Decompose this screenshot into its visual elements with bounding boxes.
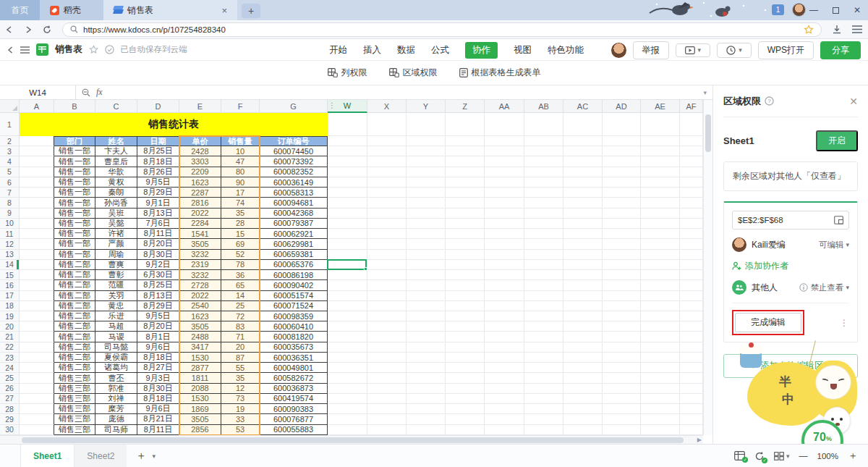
cell[interactable]	[446, 384, 485, 394]
enable-button[interactable]: 开启	[816, 130, 858, 151]
cell[interactable]	[367, 167, 407, 177]
zoom-minus-icon[interactable]	[82, 88, 90, 97]
region-permission-button[interactable]: 区域权限	[389, 67, 438, 79]
cell[interactable]	[680, 270, 703, 280]
cell[interactable]	[367, 177, 407, 188]
cell[interactable]: 7月6日	[137, 219, 179, 229]
cell[interactable]: 马谡	[95, 332, 137, 342]
cell[interactable]	[641, 209, 680, 219]
cell[interactable]	[446, 311, 485, 321]
cell[interactable]: 销售二部	[54, 280, 95, 290]
cell[interactable]: 8月18日	[137, 156, 179, 167]
cell[interactable]	[680, 373, 703, 383]
cell[interactable]	[603, 156, 641, 167]
cell[interactable]: 8月20日	[137, 321, 179, 332]
notification-badge[interactable]: 1	[772, 4, 784, 15]
cell[interactable]: 2856	[179, 425, 221, 435]
cell[interactable]: 吴懿	[95, 219, 137, 229]
cell[interactable]	[680, 363, 703, 373]
cell[interactable]: 600659381	[260, 250, 328, 260]
cell[interactable]	[328, 209, 367, 219]
cell[interactable]	[407, 239, 446, 249]
cell[interactable]: 诸葛均	[95, 363, 137, 373]
cell[interactable]	[563, 270, 603, 280]
cell[interactable]: 600073392	[260, 156, 328, 167]
cell[interactable]: 单价	[179, 136, 221, 146]
cell[interactable]	[20, 425, 54, 435]
star-document-icon[interactable]	[89, 45, 98, 54]
cell[interactable]	[485, 363, 524, 373]
cell[interactable]	[603, 321, 641, 332]
menu-tab-2[interactable]: 数据	[397, 44, 415, 56]
cell[interactable]: 3303	[179, 156, 221, 167]
cell[interactable]	[524, 136, 563, 146]
cell[interactable]: 姓名	[95, 136, 137, 146]
cell[interactable]: 部门	[54, 136, 95, 146]
cell[interactable]	[485, 414, 524, 424]
cell[interactable]: 销售三部	[54, 384, 95, 394]
cell[interactable]	[485, 167, 524, 177]
cell[interactable]	[603, 270, 641, 280]
cell[interactable]: 35	[221, 209, 260, 219]
cell[interactable]	[563, 311, 603, 321]
cell[interactable]: 曹彰	[95, 270, 137, 280]
formula-bar-expand-icon[interactable]: ▾	[703, 89, 707, 96]
cell[interactable]	[680, 321, 703, 332]
cell[interactable]	[20, 384, 54, 394]
cell[interactable]	[524, 342, 563, 353]
cell[interactable]	[524, 291, 563, 301]
cell[interactable]	[407, 311, 446, 321]
cell[interactable]	[328, 146, 367, 156]
cell[interactable]: 卞夫人	[95, 146, 137, 156]
cell[interactable]	[446, 373, 485, 383]
sheet-tab-0[interactable]: Sheet1	[20, 445, 75, 467]
vertical-scrollbar[interactable]	[703, 100, 712, 435]
cell[interactable]: 600090383	[260, 404, 328, 414]
cell[interactable]	[407, 342, 446, 353]
cell[interactable]	[446, 342, 485, 353]
cell[interactable]	[446, 260, 485, 270]
cell[interactable]	[485, 260, 524, 270]
cell[interactable]	[641, 250, 680, 260]
cell[interactable]	[563, 353, 603, 363]
cell[interactable]	[680, 198, 703, 208]
cell[interactable]: 严颜	[95, 239, 137, 249]
cell[interactable]	[20, 250, 54, 260]
cell[interactable]	[407, 177, 446, 188]
cell[interactable]	[603, 229, 641, 239]
cell[interactable]	[524, 353, 563, 363]
cell[interactable]	[407, 425, 446, 435]
cell[interactable]	[446, 146, 485, 156]
present-button[interactable]: ▾	[676, 43, 711, 57]
cell[interactable]: 销售一部	[54, 219, 95, 229]
row-header-1[interactable]: 1	[0, 113, 20, 136]
cell[interactable]	[20, 229, 54, 239]
panel-close-icon[interactable]: ✕	[849, 96, 858, 107]
back-icon[interactable]	[0, 26, 19, 33]
cell[interactable]	[563, 167, 603, 177]
cell[interactable]: 周瑜	[95, 250, 137, 260]
cell[interactable]: 订单编号	[260, 136, 328, 146]
sheet-tab-1[interactable]: Sheet2	[75, 445, 127, 467]
col-header-Y[interactable]: Y	[407, 100, 446, 113]
col-header-AA[interactable]: AA	[485, 100, 524, 113]
cell[interactable]	[20, 188, 54, 198]
cell[interactable]	[524, 156, 563, 167]
cell[interactable]	[485, 250, 524, 260]
cell[interactable]	[446, 198, 485, 208]
cell[interactable]	[524, 373, 563, 383]
cell[interactable]: 关羽	[95, 291, 137, 301]
col-header-C[interactable]: C	[95, 100, 137, 113]
cell[interactable]	[524, 167, 563, 177]
cell[interactable]	[563, 280, 603, 290]
cell[interactable]	[446, 188, 485, 198]
cell[interactable]: 600036351	[260, 353, 328, 363]
cell[interactable]: 销售二部	[54, 270, 95, 280]
cell[interactable]	[20, 321, 54, 332]
cell[interactable]: 17	[221, 188, 260, 198]
cell[interactable]: 73	[221, 394, 260, 404]
cell[interactable]	[407, 404, 446, 414]
cell[interactable]	[328, 414, 367, 424]
cell[interactable]	[407, 167, 446, 177]
doc-menu-icon[interactable]	[20, 46, 30, 54]
